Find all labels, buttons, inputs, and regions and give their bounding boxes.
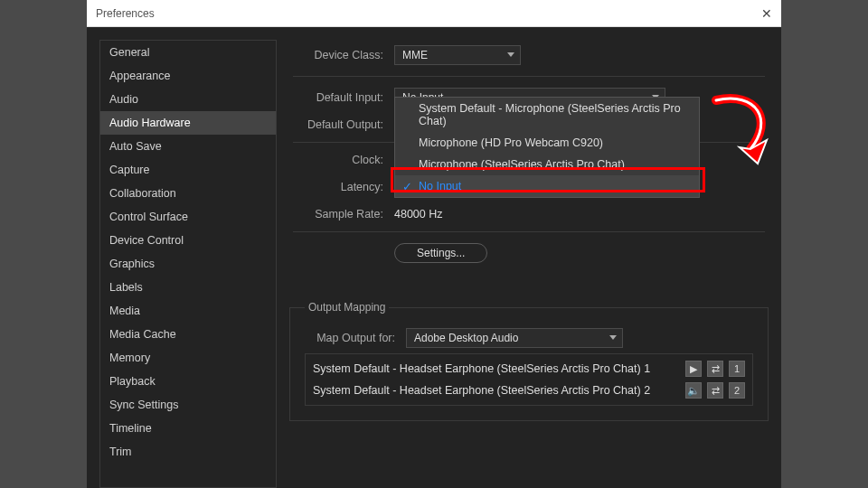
settings-button[interactable]: Settings... (394, 243, 487, 263)
sidebar-item-appearance[interactable]: Appearance (100, 64, 276, 88)
sidebar-item-media-cache[interactable]: Media Cache (100, 323, 276, 346)
sidebar-item-auto-save[interactable]: Auto Save (100, 135, 276, 158)
dropdown-item[interactable]: No Input (395, 175, 699, 197)
route-icon[interactable]: ⇄ (707, 361, 723, 377)
output-row-name: System Default - Headset Earphone (Steel… (313, 384, 650, 397)
titlebar: Preferences ✕ (87, 0, 781, 27)
sidebar-item-control-surface[interactable]: Control Surface (100, 205, 276, 229)
output-row-name: System Default - Headset Earphone (Steel… (313, 362, 650, 375)
output-rows: System Default - Headset Earphone (Steel… (305, 353, 753, 406)
sidebar-item-playback[interactable]: Playback (100, 370, 276, 393)
sidebar-item-collaboration[interactable]: Collaboration (100, 182, 276, 205)
dropdown-item[interactable]: System Default - Microphone (SteelSeries… (395, 98, 699, 132)
dropdown-item[interactable]: Microphone (SteelSeries Arctis Pro Chat) (395, 154, 699, 175)
channel-badge[interactable]: 1 (729, 361, 745, 377)
label-clock: Clock: (293, 154, 383, 166)
select-value: MME (402, 49, 428, 61)
close-icon[interactable]: ✕ (761, 6, 772, 21)
select-value: Adobe Desktop Audio (414, 332, 518, 344)
sidebar-item-trim[interactable]: Trim (100, 440, 276, 464)
sidebar-item-general[interactable]: General (100, 41, 276, 64)
sample-rate-value: 48000 Hz (394, 208, 443, 221)
label-latency: Latency: (293, 181, 383, 193)
speaker-icon[interactable]: ▶ (685, 361, 702, 377)
sidebar-item-sync-settings[interactable]: Sync Settings (100, 393, 276, 417)
output-row: System Default - Headset Earphone (Steel… (306, 358, 752, 380)
main-panel: Device Class: MME Default Input: No Inpu… (289, 40, 769, 488)
preferences-window: Preferences ✕ GeneralAppearanceAudioAudi… (87, 0, 781, 488)
output-row: System Default - Headset Earphone (Steel… (306, 380, 752, 401)
sidebar-item-memory[interactable]: Memory (100, 346, 276, 370)
label-default-output: Default Output: (293, 118, 383, 131)
sidebar-item-audio-hardware[interactable]: Audio Hardware (100, 111, 276, 135)
chevron-down-icon (609, 335, 617, 340)
sidebar-item-graphics[interactable]: Graphics (100, 252, 276, 276)
output-mapping-legend: Output Mapping (305, 301, 389, 314)
sidebar-item-device-control[interactable]: Device Control (100, 229, 276, 252)
sidebar-item-capture[interactable]: Capture (100, 158, 276, 182)
route-icon[interactable]: ⇄ (707, 382, 723, 399)
sidebar-item-audio[interactable]: Audio (100, 88, 276, 111)
label-sample-rate: Sample Rate: (293, 208, 383, 221)
label-device-class: Device Class: (293, 49, 383, 61)
channel-badge[interactable]: 2 (729, 382, 745, 399)
dropdown-item[interactable]: Microphone (HD Pro Webcam C920) (395, 132, 699, 154)
label-default-input: Default Input: (293, 91, 383, 104)
sidebar-item-labels[interactable]: Labels (100, 276, 276, 299)
chevron-down-icon (507, 52, 514, 57)
label-map-output-for: Map Output for: (305, 332, 395, 344)
map-output-for-select[interactable]: Adobe Desktop Audio (406, 328, 623, 348)
default-input-dropdown: System Default - Microphone (SteelSeries… (394, 97, 700, 198)
device-class-select[interactable]: MME (394, 45, 521, 65)
audio-hardware-group: Device Class: MME Default Input: No Inpu… (289, 40, 769, 283)
sidebar: GeneralAppearanceAudioAudio HardwareAuto… (99, 40, 277, 488)
window-title: Preferences (96, 7, 155, 20)
sidebar-item-timeline[interactable]: Timeline (100, 417, 276, 440)
sidebar-item-media[interactable]: Media (100, 299, 276, 323)
output-mapping-group: Output Mapping Map Output for: Adobe Des… (289, 301, 769, 421)
speaker-icon[interactable]: 🔈 (685, 382, 702, 399)
